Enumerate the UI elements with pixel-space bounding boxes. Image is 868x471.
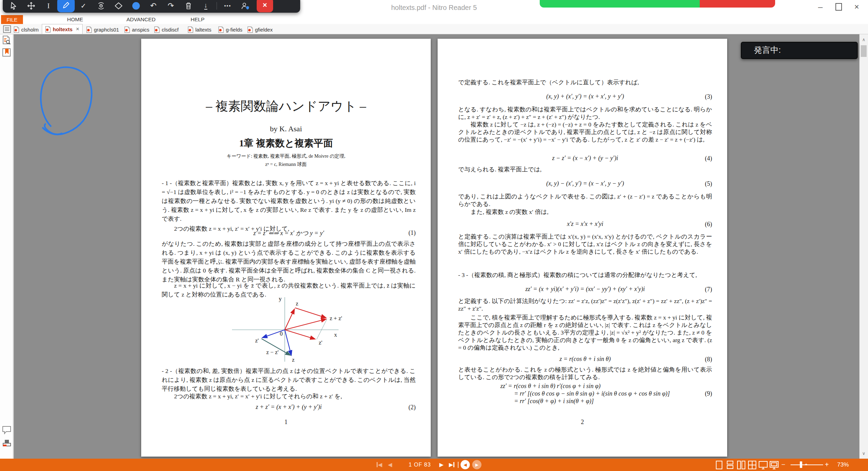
check-tool-button[interactable]: ✓ — [75, 0, 92, 12]
pdf-file-icon — [247, 26, 253, 33]
equation-number: (4) — [705, 155, 712, 162]
paragraph: と定義する. この演算は複素平面上では x′(x, y) = (x′x, x′y… — [458, 233, 712, 255]
tab-label: holtexts — [53, 26, 73, 32]
minimize-button[interactable]: – — [813, 0, 828, 16]
paragraph: ここで, 積を複素平面上で理解するために極形式を導入する. 複素数 z = x … — [458, 314, 712, 351]
back-arrow-icon: ◀ — [464, 462, 467, 467]
single-page-view-button[interactable] — [715, 460, 724, 470]
equation-body: z + z′ = (x + x′) + (y + y′)i — [162, 403, 416, 411]
doc-keywords-line2: zⁿ = c, Riemann 球面 — [141, 161, 431, 168]
scroll-down-icon[interactable]: ∨ — [859, 451, 868, 456]
laser-pointer-button[interactable] — [92, 0, 110, 12]
last-page-button[interactable]: ▶ — [449, 461, 455, 468]
scroll-up-icon[interactable]: ∧ — [859, 37, 868, 42]
tab-label: clsdiscf — [162, 27, 179, 33]
equation-2: z + z′ = (x + x′) + (y + y′)i (2) — [162, 403, 416, 411]
zoom-out-button[interactable]: − — [781, 461, 785, 469]
equation-4: z − z′ = (x − x′) + (y − y′)i (4) — [458, 155, 712, 162]
stop-share-button[interactable] — [700, 0, 775, 8]
figure-label-origin: 0 — [280, 330, 283, 337]
equation-body: z = z′ ⇐⇒ x = x′ かつ y = y′ — [162, 229, 416, 237]
tab-laltexts[interactable]: laltexts — [188, 25, 211, 34]
menu-help[interactable]: HELP — [186, 15, 209, 24]
two-page-view-button[interactable] — [737, 460, 746, 470]
document-canvas[interactable]: – 複素関数論ハンドアウト – by K. Asai 1章 複素数と複素平面 キ… — [14, 34, 859, 459]
tab-holtexts-active[interactable]: holtexts × — [42, 24, 83, 34]
tab-anspics[interactable]: anspics — [124, 25, 149, 34]
doc-keywords-line1: キーワード: 複素数, 複素平面, 極形式, de Moivre の定理, — [141, 153, 431, 159]
equation-line: = rr′ [cos(θ + φ) + i sin(θ + φ)] — [500, 397, 670, 405]
next-view-button[interactable]: ▶ — [472, 460, 481, 469]
screen-share-status-button[interactable] — [540, 0, 700, 8]
participants-button[interactable] — [236, 0, 254, 12]
save-annotations-button[interactable]: ↓ — [197, 0, 215, 12]
pdf-file-icon — [154, 26, 160, 33]
bookmarks-icon[interactable] — [2, 48, 11, 57]
cursor-icon — [10, 2, 17, 10]
equation-number: (2) — [408, 404, 416, 411]
figure-label-zprime-right: z' — [319, 339, 322, 346]
pages-panel-toggle-icon[interactable] — [3, 25, 12, 33]
vector-z-blue — [285, 330, 291, 355]
scrollbar-thumb[interactable] — [861, 45, 867, 57]
tab-g-fields[interactable]: g-fields — [218, 25, 242, 34]
equation-number: (6) — [705, 221, 712, 228]
first-page-button[interactable]: ◀ — [376, 461, 382, 468]
pdf-file-icon — [188, 26, 193, 33]
fit-width-button[interactable] — [769, 460, 779, 470]
tab-clsholm[interactable]: clsholm — [14, 25, 39, 34]
delete-annotations-button[interactable] — [180, 0, 197, 12]
two-page-continuous-button[interactable] — [748, 460, 757, 470]
eraser-tool-button[interactable] — [110, 0, 127, 12]
tab-label: clsholm — [21, 27, 39, 33]
pen-tool-button[interactable] — [57, 0, 75, 12]
move-tool-button[interactable] — [22, 0, 40, 12]
equation-body: z = r(cos θ + i sin θ) — [458, 355, 712, 363]
equation-1: z = z′ ⇐⇒ x = x′ かつ y = y′ (1) — [162, 229, 416, 237]
text-tool-button[interactable]: I — [40, 0, 57, 12]
maximize-button[interactable] — [831, 0, 846, 14]
continuous-view-button[interactable] — [726, 460, 735, 470]
previous-view-button[interactable]: ◀ — [461, 460, 470, 469]
tab-label: g-fields — [226, 27, 242, 33]
undo-button[interactable]: ↶ — [145, 0, 162, 12]
search-document-icon[interactable] — [2, 36, 11, 45]
previous-page-button[interactable]: ◀ — [388, 461, 392, 468]
zoom-slider-thumb[interactable] — [800, 461, 802, 468]
tab-clsdiscf[interactable]: clsdiscf — [154, 25, 179, 34]
tab-graphcls01[interactable]: graphcls01 — [86, 25, 119, 34]
paragraph: - 1 -（複素数と複素平面）複素数とは, 実数 x, y を用いて z = x… — [162, 179, 416, 223]
equation-body: x′z = x′x + x′yi — [458, 220, 712, 228]
stamp-icon[interactable] — [2, 439, 11, 448]
equation-5: (x, y) − (x′, y′) = (x − x′, y − y′) (5) — [458, 180, 712, 187]
paragraph: であり, これは上図のようなベクトルで表せる. この図は, z′ + (z − … — [458, 193, 712, 208]
doc-byline: by K. Asai — [141, 124, 431, 133]
tab-close-icon[interactable]: × — [76, 26, 80, 33]
check-icon: ✓ — [81, 2, 86, 10]
next-page-button[interactable]: ▶ — [439, 461, 443, 468]
tab-gfieldex[interactable]: gfieldex — [247, 25, 273, 34]
select-tool-button[interactable] — [5, 0, 22, 12]
menu-file[interactable]: FILE — [1, 15, 23, 24]
vertical-scrollbar[interactable]: ∧ ∨ — [859, 34, 868, 459]
page-number: 2 — [438, 419, 727, 426]
zoom-in-button[interactable]: + — [825, 461, 829, 469]
trash-icon — [185, 2, 192, 10]
fit-page-button[interactable] — [758, 460, 768, 470]
more-options-button[interactable]: ••• — [219, 0, 236, 12]
window-close-button[interactable]: × — [849, 0, 864, 14]
figure-label-z-diff: z − z' — [266, 349, 279, 355]
menu-advanced[interactable]: ADVANCED — [113, 15, 169, 24]
close-annotation-toolbar-button[interactable]: × — [257, 0, 273, 12]
equation-number: (5) — [705, 180, 712, 188]
redo-button[interactable]: ↷ — [162, 0, 180, 12]
maximize-icon — [835, 3, 842, 11]
color-swatch-button[interactable] — [127, 0, 145, 12]
comment-icon[interactable] — [2, 426, 11, 435]
paragraph: 複素数 z に対して −z は, z + (−z) = (−z) + z = 0… — [458, 121, 712, 143]
vector-z — [285, 309, 294, 330]
equation-body: zz′ = (x + yi)(x′ + y′i) = (xx′ − yy′) +… — [458, 286, 712, 293]
figure-label-y: y — [279, 295, 282, 302]
menu-home[interactable]: HOME — [63, 15, 87, 24]
undo-icon: ↶ — [150, 1, 156, 10]
